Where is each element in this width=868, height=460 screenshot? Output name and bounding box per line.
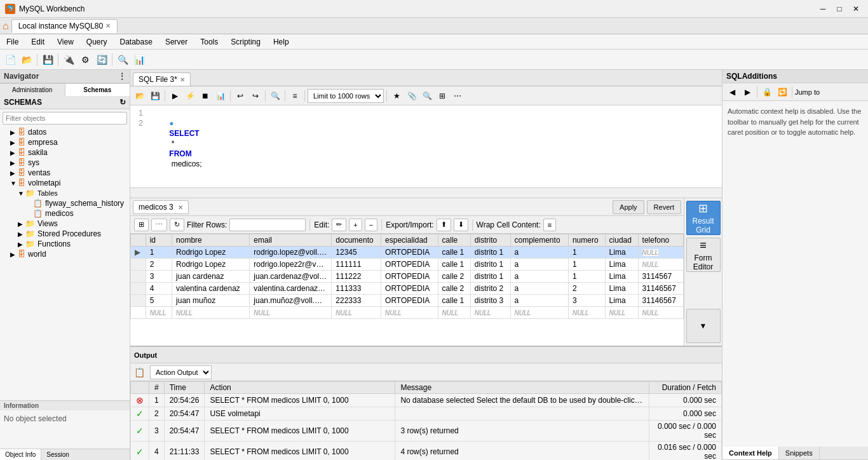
bookmark-button[interactable]: ★ <box>390 89 403 103</box>
home-icon[interactable]: ⌂ <box>3 20 9 32</box>
col-id[interactable]: id <box>146 234 172 247</box>
table-row[interactable]: 2Rodrigo Lopezrodrigo.lopez2r@voll.med11… <box>131 259 684 271</box>
schema-world[interactable]: ▶🗄world <box>0 249 130 259</box>
table-row[interactable]: ▶1Rodrigo Lopezrodrigo.lopez@voll.med123… <box>131 247 684 259</box>
explain-button[interactable]: 📊 <box>214 89 227 103</box>
stop-button[interactable]: ⏹ <box>198 89 212 103</box>
table-row[interactable]: 3juan cardenazjuan.cardenaz@voll.med1112… <box>131 271 684 283</box>
limit-rows-select[interactable]: Limit to 1000 rows Don't limit Limit to … <box>308 89 384 103</box>
format-button[interactable]: ≡ <box>288 89 302 103</box>
import-btn[interactable]: ⬇ <box>454 219 468 231</box>
right-panel-back-btn[interactable]: ◀ <box>725 85 739 99</box>
table-medicos[interactable]: 📋medicos <box>0 208 130 219</box>
menu-database[interactable]: Database <box>114 36 159 48</box>
col-email[interactable]: email <box>250 234 332 247</box>
instance-tab-close[interactable]: ✕ <box>105 22 111 29</box>
result-refresh-btn[interactable]: ↻ <box>170 219 184 231</box>
table-row[interactable]: 5juan muñozjuan.muñoz@voll.med222333ORTO… <box>131 295 684 307</box>
menu-query[interactable]: Query <box>80 36 114 48</box>
folder-functions[interactable]: ▶📁Functions <box>0 239 130 249</box>
folder-tables[interactable]: ▼📁Tables <box>0 188 130 198</box>
minimize-button[interactable]: ─ <box>816 3 830 15</box>
context-help-tab[interactable]: Context Help <box>722 447 779 459</box>
output-row[interactable]: ⊗120:54:26SELECT * FROM medicos LIMIT 0,… <box>131 394 722 407</box>
toggle-button[interactable]: ⊞ <box>435 89 449 103</box>
save-button[interactable]: 💾 <box>40 52 55 67</box>
result-format-btn[interactable]: ⋯ <box>151 219 167 231</box>
result-grid-side-btn[interactable]: ⊞ Result Grid <box>686 201 721 235</box>
save-sql-button[interactable]: 💾 <box>148 89 162 103</box>
more-side-btn[interactable]: ▼ <box>686 309 721 343</box>
right-panel-forward-btn[interactable]: ▶ <box>740 85 754 99</box>
execute-current-button[interactable]: ⚡ <box>183 89 197 103</box>
manage-connections-button[interactable]: ⚙ <box>78 52 93 67</box>
col-nombre[interactable]: nombre <box>172 234 250 247</box>
schema-sakila[interactable]: ▶🗄sakila <box>0 147 130 158</box>
open-sql-button[interactable]: 📂 <box>133 89 147 103</box>
data-grid[interactable]: id nombre email documento especialidad c… <box>130 234 684 346</box>
sql-editor[interactable]: 1 2 ● SELECT * FROM medicos; <box>130 105 722 188</box>
snippet-button[interactable]: 📎 <box>405 89 419 103</box>
schema-sys[interactable]: ▶🗄sys <box>0 158 130 168</box>
result-tab-medicos[interactable]: medicos 3 ✕ <box>133 200 189 214</box>
table-data-button[interactable]: 📊 <box>132 52 147 67</box>
open-file-button[interactable]: 📂 <box>19 52 34 67</box>
output-row[interactable]: ✓320:54:47SELECT * FROM medicos LIMIT 0,… <box>131 421 722 442</box>
zoom-button[interactable]: 🔍 <box>420 89 434 103</box>
col-distrito[interactable]: distrito <box>470 234 510 247</box>
schema-empresa[interactable]: ▶🗄empresa <box>0 137 130 147</box>
export-btn[interactable]: ⬆ <box>437 219 451 231</box>
schema-search-input[interactable] <box>3 112 127 125</box>
schema-datos[interactable]: ▶🗄datos <box>0 127 130 137</box>
schema-ventas[interactable]: ▶🗄ventas <box>0 168 130 178</box>
menu-scripting[interactable]: Scripting <box>224 36 267 48</box>
more-button[interactable]: ⋯ <box>451 89 465 103</box>
col-telefono[interactable]: telefono <box>638 234 683 247</box>
apply-button[interactable]: Apply <box>613 200 644 214</box>
maximize-button[interactable]: □ <box>832 3 846 15</box>
object-info-tab[interactable]: Object Info <box>0 449 41 460</box>
menu-view[interactable]: View <box>51 36 80 48</box>
close-button[interactable]: ✕ <box>849 3 863 15</box>
col-ciudad[interactable]: ciudad <box>605 234 638 247</box>
result-tab-close[interactable]: ✕ <box>178 204 183 211</box>
col-complemento[interactable]: complemento <box>510 234 568 247</box>
menu-help[interactable]: Help <box>267 36 295 48</box>
filter-rows-input[interactable] <box>229 219 306 231</box>
session-tab[interactable]: Session <box>41 449 74 460</box>
output-row[interactable]: ✓220:54:47USE volmetapi0.000 sec <box>131 407 722 421</box>
undo-button[interactable]: ↩ <box>233 89 247 103</box>
table-row[interactable]: 4valentina cardenazvalentina.cardenaz@vo… <box>131 283 684 295</box>
wrap-cell-btn[interactable]: ≡ <box>543 219 556 231</box>
table-flyway[interactable]: 📋flyway_schema_history <box>0 198 130 208</box>
folder-stored-procedures[interactable]: ▶📁Stored Procedures <box>0 229 130 239</box>
col-calle[interactable]: calle <box>438 234 470 247</box>
editor-content[interactable]: ● SELECT * FROM medicos; <box>148 108 719 185</box>
navigator-menu-icon[interactable]: ⋮ <box>118 72 126 81</box>
col-numero[interactable]: numero <box>568 234 605 247</box>
instance-tab[interactable]: Local instance MySQL80 ✕ <box>11 19 118 33</box>
sql-file-tab[interactable]: SQL File 3* ✕ <box>133 72 191 86</box>
execute-button[interactable]: ▶ <box>168 89 182 103</box>
editor-hscroll[interactable] <box>130 188 722 198</box>
edit-btn-2[interactable]: + <box>349 219 362 231</box>
schema-volmetapi[interactable]: ▼🗄volmetapi <box>0 178 130 188</box>
tab-administration[interactable]: Administration <box>0 84 65 96</box>
menu-tools[interactable]: Tools <box>194 36 224 48</box>
menu-server[interactable]: Server <box>159 36 194 48</box>
reconnect-button[interactable]: 🔄 <box>94 52 109 67</box>
output-row[interactable]: ✓421:11:33SELECT * FROM medicos LIMIT 0,… <box>131 442 722 461</box>
folder-views[interactable]: ▶📁Views <box>0 219 130 229</box>
snippets-tab[interactable]: Snippets <box>779 447 820 459</box>
form-editor-side-btn[interactable]: ≡ Form Editor <box>686 238 721 272</box>
action-output-select[interactable]: Action Output <box>150 365 212 379</box>
result-grid-btn[interactable]: ⊞ <box>134 219 149 231</box>
menu-edit[interactable]: Edit <box>25 36 51 48</box>
redo-button[interactable]: ↪ <box>248 89 262 103</box>
schemas-refresh-icon[interactable]: ↻ <box>119 98 126 107</box>
menu-file[interactable]: File <box>0 36 25 48</box>
edit-btn-3[interactable]: − <box>365 219 377 231</box>
col-documento[interactable]: documento <box>332 234 381 247</box>
new-connection-button[interactable]: 🔌 <box>61 52 76 67</box>
col-especialidad[interactable]: especialidad <box>381 234 438 247</box>
